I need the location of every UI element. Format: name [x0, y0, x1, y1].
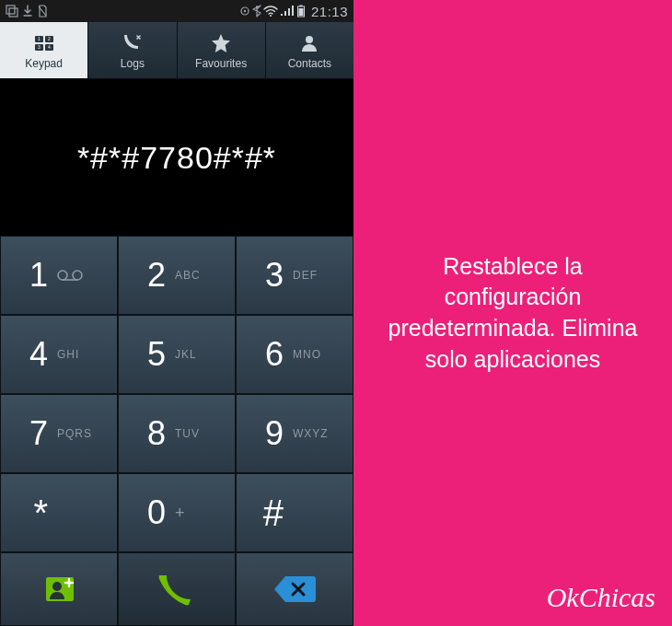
svg-rect-1	[9, 8, 17, 17]
battery-icon	[296, 5, 306, 17]
key-digit: 4	[24, 335, 48, 374]
panel-description: Restablece la configuración predetermina…	[377, 251, 648, 376]
svg-point-21	[52, 582, 62, 591]
tab-label: Logs	[121, 57, 145, 70]
svg-text:3: 3	[38, 44, 41, 50]
svg-text:1: 1	[38, 36, 41, 41]
key-3[interactable]: 3 DEF	[236, 236, 353, 315]
key-letters: GHI	[57, 348, 94, 361]
key-digit: 2	[142, 256, 166, 295]
key-digit: 9	[260, 414, 284, 453]
tab-favourites[interactable]: Favourites	[178, 22, 266, 78]
backspace-button[interactable]	[236, 552, 353, 626]
key-digit: 8	[142, 414, 166, 453]
tab-label: Favourites	[195, 57, 247, 70]
logs-icon	[122, 31, 144, 55]
key-5[interactable]: 5 JKL	[118, 315, 236, 394]
key-digit: 7	[24, 414, 48, 453]
key-star[interactable]: *	[0, 473, 118, 552]
phone-icon	[157, 570, 196, 609]
gps-icon	[239, 6, 250, 17]
sim-no-icon	[37, 5, 48, 17]
tab-contacts[interactable]: Contacts	[266, 22, 353, 78]
key-7[interactable]: 7 PQRS	[0, 394, 118, 473]
signal-icon	[280, 6, 295, 17]
phone-screenshot: 21:13 1234 Keypad Logs Favourite	[0, 0, 353, 626]
key-2[interactable]: 2 ABC	[118, 236, 236, 315]
screenshot-icon	[6, 5, 18, 17]
key-letters: MNO	[293, 348, 330, 361]
status-right: 21:13	[239, 4, 348, 19]
download-icon	[22, 5, 33, 17]
svg-text:2: 2	[48, 36, 51, 41]
backspace-icon	[272, 574, 317, 604]
key-9[interactable]: 9 WXYZ	[236, 394, 353, 473]
key-8[interactable]: 8 TUV	[118, 394, 236, 473]
bluetooth-icon	[252, 5, 261, 17]
status-left	[6, 5, 48, 17]
contacts-icon	[298, 31, 320, 55]
status-clock: 21:13	[311, 4, 348, 19]
svg-rect-6	[299, 6, 302, 7]
svg-point-18	[73, 271, 82, 280]
wifi-icon	[263, 6, 278, 17]
voicemail-icon	[57, 269, 94, 282]
key-letters: ABC	[175, 269, 212, 282]
key-digit: 3	[260, 256, 284, 295]
dialed-number: *#*#7780#*#*	[77, 140, 276, 176]
key-4[interactable]: 4 GHI	[0, 315, 118, 394]
key-letters: DEF	[293, 269, 330, 282]
panel-brand: OkChicas	[547, 582, 655, 613]
svg-point-16	[306, 36, 313, 43]
add-contact-button[interactable]	[0, 552, 118, 626]
key-1[interactable]: 1	[0, 236, 118, 315]
svg-point-4	[270, 15, 272, 17]
key-letters: TUV	[175, 427, 212, 440]
dialer-actions	[0, 552, 353, 626]
svg-rect-0	[6, 6, 15, 14]
key-letters: JKL	[175, 348, 212, 361]
root: 21:13 1234 Keypad Logs Favourite	[0, 0, 672, 626]
svg-point-3	[244, 10, 246, 12]
key-digit: 6	[260, 335, 284, 374]
key-6[interactable]: 6 MNO	[236, 315, 353, 394]
key-letters: WXYZ	[293, 427, 330, 440]
svg-rect-7	[298, 8, 303, 16]
tab-logs[interactable]: Logs	[88, 22, 177, 78]
info-panel: Restablece la configuración predetermina…	[353, 0, 672, 626]
tab-label: Contacts	[288, 57, 331, 70]
svg-point-17	[58, 271, 67, 280]
key-plus: +	[175, 504, 212, 523]
star-icon	[210, 31, 232, 55]
add-contact-icon	[39, 574, 79, 605]
svg-text:4: 4	[48, 44, 51, 50]
key-digit: 0	[142, 493, 166, 532]
key-digit: #	[260, 493, 284, 534]
key-hash[interactable]: #	[236, 473, 353, 552]
key-digit: 5	[142, 335, 166, 374]
tab-keypad[interactable]: 1234 Keypad	[0, 22, 88, 78]
key-letters: PQRS	[57, 427, 94, 440]
dialer-tabs: 1234 Keypad Logs Favourites Co	[0, 22, 353, 79]
tab-label: Keypad	[25, 57, 63, 70]
keypad: 1 2 ABC 3 DEF 4 GHI 5 JKL 6	[0, 236, 353, 552]
call-button[interactable]	[118, 552, 236, 626]
key-0[interactable]: 0 +	[118, 473, 236, 552]
key-digit: *	[24, 493, 48, 534]
keypad-icon: 1234	[33, 31, 55, 55]
key-digit: 1	[24, 256, 48, 295]
status-bar: 21:13	[0, 0, 353, 22]
dial-display: *#*#7780#*#*	[0, 79, 353, 236]
